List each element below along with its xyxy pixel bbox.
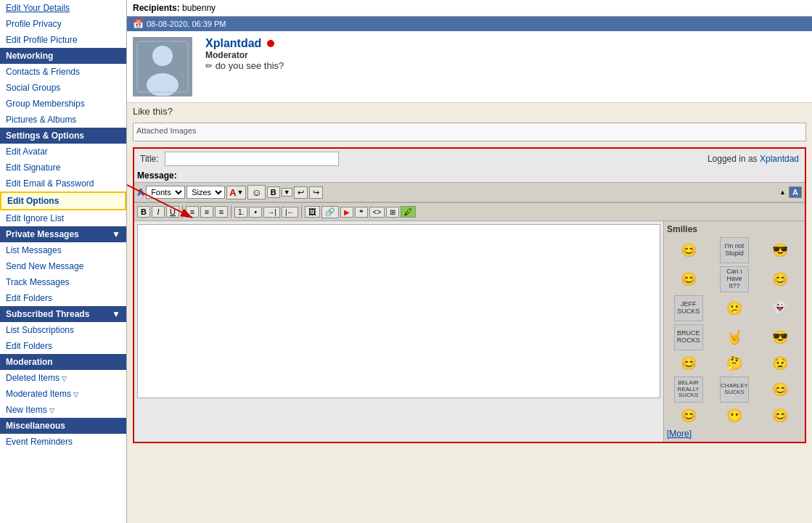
sidebar-item-moderated-items[interactable]: Moderated Items ▽: [0, 386, 126, 402]
sidebar-item-edit-folders-sub[interactable]: Edit Folders: [0, 338, 126, 354]
smiley-happy3[interactable]: 😊: [769, 269, 791, 289]
align-center-btn[interactable]: ≡: [200, 206, 213, 218]
sidebar-item-deleted-items[interactable]: Deleted Items ▽: [0, 370, 126, 386]
sidebar-section-settings: Settings & Options: [0, 128, 126, 144]
smiley-ghost[interactable]: 👻: [769, 298, 791, 318]
smiley-cool2[interactable]: 😎: [769, 327, 791, 347]
smiley-rock[interactable]: 🤘: [723, 327, 745, 347]
smiley-btn[interactable]: ☺: [247, 185, 265, 199]
smiley-bruce-rocks[interactable]: BRUCEROCKS: [674, 324, 703, 350]
sidebar-item-edit-profile-picture[interactable]: Edit Profile Picture: [0, 32, 126, 48]
font-size-increase-btn[interactable]: A: [789, 186, 802, 198]
sidebar-section-pm: Private Messages ▼: [0, 226, 126, 242]
moderated-items-expand-icon: ▽: [73, 391, 78, 398]
sidebar-item-pictures-albums[interactable]: Pictures & Albums: [0, 112, 126, 128]
logged-in-text: Logged in as Xplantdad: [708, 154, 799, 164]
font-color-btn[interactable]: A ▼: [226, 186, 246, 199]
username-link[interactable]: Xplantdad: [205, 37, 261, 49]
logged-in-user-link[interactable]: Xplantdad: [760, 154, 799, 164]
bold-btn2[interactable]: B: [137, 206, 150, 218]
sidebar-item-group-memberships[interactable]: Group Memberships: [0, 96, 126, 112]
sidebar-item-list-messages[interactable]: List Messages: [0, 242, 126, 258]
smiley-charley-sucks[interactable]: CHARLEYSUCKS: [720, 376, 749, 403]
smiley-jeff-sucks[interactable]: JEFFSUCKS: [674, 295, 703, 321]
sidebar-item-send-new-message[interactable]: Send New Message: [0, 258, 126, 274]
font-selector[interactable]: Fonts: [146, 186, 185, 199]
calendar-icon: 📅: [133, 19, 144, 29]
sidebar-item-edit-folders-pm[interactable]: Edit Folders: [0, 290, 126, 306]
sidebar-item-edit-signature[interactable]: Edit Signature: [0, 160, 126, 176]
ordered-list-btn[interactable]: 1.: [234, 207, 247, 218]
smiley-sad[interactable]: 😕: [723, 298, 745, 318]
smiley-worried[interactable]: 😟: [769, 353, 791, 374]
svg-point-1: [152, 46, 173, 66]
editor-toolbar-row1: A Fonts Sizes A ▼ ☺ B ▼ ↩ ↪ ▲ A: [134, 182, 805, 202]
image-btn[interactable]: 🖼: [305, 206, 320, 218]
sidebar-item-edit-ignore-list[interactable]: Edit Ignore List: [0, 210, 126, 226]
smilies-more-link[interactable]: [More]: [667, 429, 802, 439]
message-textarea[interactable]: [137, 224, 660, 398]
sidebar-item-social-groups[interactable]: Social Groups: [0, 80, 126, 96]
sidebar-item-edit-avatar[interactable]: Edit Avatar: [0, 144, 126, 160]
sidebar-section-subscribed: Subscribed Threads ▼: [0, 306, 126, 322]
underline-btn[interactable]: U: [166, 206, 179, 218]
align-right-btn[interactable]: ≡: [215, 206, 228, 218]
color-dropdown-icon: ▼: [237, 189, 244, 196]
bold-btn[interactable]: B: [267, 186, 280, 198]
smiley-can-i-have-it[interactable]: Can IHave It??: [720, 266, 749, 292]
sidebar-item-edit-your-details[interactable]: Edit Your Details: [0, 0, 126, 16]
attached-images-section: Attached Images: [133, 123, 806, 141]
smiley-happy4[interactable]: 😊: [678, 353, 700, 374]
sidebar-section-moderation: Moderation: [0, 354, 126, 370]
unordered-list-btn[interactable]: •: [249, 207, 262, 218]
timestamp-bar: 📅 08-08-2020, 06:39 PM: [127, 17, 812, 31]
recipient-value: bubenny: [182, 3, 216, 13]
smilies-title: Smilies: [667, 224, 802, 234]
sidebar-item-list-subscriptions[interactable]: List Subscriptions: [0, 322, 126, 338]
online-indicator: [267, 40, 274, 47]
table-btn[interactable]: ⊞: [386, 207, 399, 218]
align-left-btn[interactable]: ≡: [186, 206, 199, 218]
sidebar-item-track-messages[interactable]: Track Messages: [0, 274, 126, 290]
separator2: [231, 205, 231, 218]
like-text: Like this?: [127, 103, 812, 120]
editor-body: Smilies 😊 I'm notStupid 😎 😊 Can IHave It…: [134, 221, 805, 442]
eraser-btn[interactable]: 🖊: [401, 206, 416, 218]
sidebar-item-edit-options[interactable]: Edit Options: [0, 192, 126, 210]
smiley-happy2[interactable]: 😊: [678, 269, 700, 289]
smiley-confused[interactable]: 😶: [723, 405, 745, 426]
editor-toolbar-row2: B I U ≡ ≡ ≡ 1. • →| |← 🖼 🔗 ▶ ❝ <> ⊞ 🖊: [134, 202, 805, 221]
attached-images-label: Attached Images: [136, 126, 803, 135]
code-btn[interactable]: <>: [369, 207, 385, 218]
smiley-happy7[interactable]: 😊: [769, 405, 791, 426]
scroll-up-btn[interactable]: ▲: [778, 186, 787, 198]
size-selector[interactable]: Sizes: [186, 186, 225, 199]
link-btn[interactable]: 🔗: [321, 206, 339, 218]
sidebar-section-networking: Networking: [0, 48, 126, 64]
sidebar-item-edit-email-password[interactable]: Edit Email & Password: [0, 176, 126, 192]
redo-btn[interactable]: ↪: [309, 186, 323, 199]
smiley-belair-sucks[interactable]: BELAIRREALLY SUCKS: [674, 376, 703, 403]
italic-btn[interactable]: I: [152, 206, 165, 218]
undo-btn[interactable]: ↩: [294, 186, 308, 199]
smiley-not-stupid[interactable]: I'm notStupid: [720, 237, 749, 263]
sidebar-item-event-reminders[interactable]: Event Reminders: [0, 434, 126, 450]
timestamp-value: 08-08-2020, 06:39 PM: [147, 20, 226, 28]
smiley-happy6[interactable]: 😊: [678, 405, 700, 426]
sidebar-item-contacts-friends[interactable]: Contacts & Friends: [0, 64, 126, 80]
video-btn[interactable]: ▶: [340, 207, 353, 218]
smiley-think[interactable]: 🤔: [723, 353, 745, 374]
separator1: [182, 205, 183, 218]
quote-btn[interactable]: ❝: [355, 207, 368, 218]
smiley-cool[interactable]: 😎: [769, 240, 791, 260]
sidebar-item-profile-privacy[interactable]: Profile Privacy: [0, 16, 126, 32]
post-area: Xplantdad Moderator ✏ do you see this?: [127, 31, 812, 103]
outdent-btn[interactable]: |←: [282, 207, 298, 218]
avatar: [133, 37, 192, 96]
title-label: Title:: [140, 154, 159, 164]
smiley-1[interactable]: 😊: [678, 240, 700, 260]
title-input[interactable]: [165, 152, 339, 166]
sidebar-item-new-items[interactable]: New Items ▽: [0, 402, 126, 418]
indent-btn[interactable]: →|: [263, 207, 280, 218]
smiley-happy5[interactable]: 😊: [769, 379, 791, 400]
